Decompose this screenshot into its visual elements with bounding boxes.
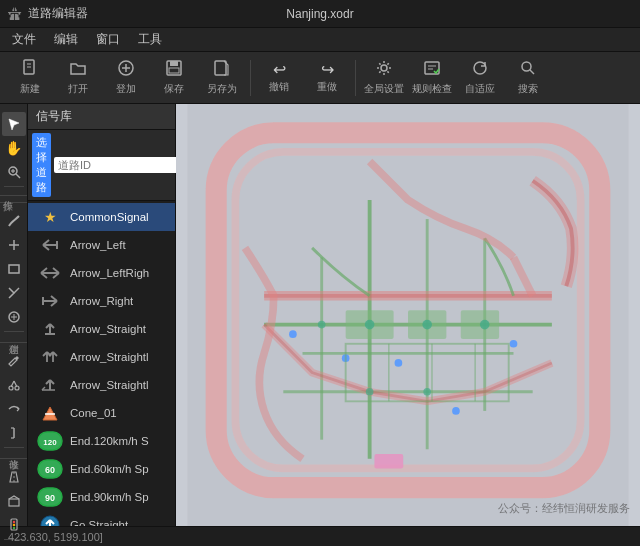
- op-create-merge[interactable]: [2, 281, 26, 305]
- signal-item-go-straight[interactable]: Go Straight: [28, 511, 175, 526]
- toolbar: 新建 打开 登加 保存 另存为 ↩ 撤销 ↪ 重做 全局设置: [0, 52, 640, 104]
- file-name: Nanjing.xodr: [286, 7, 353, 21]
- app-icon: 🛣: [8, 6, 22, 22]
- toolbar-new-label: 新建: [20, 82, 40, 96]
- signal-list: ★ CommonSignal Arrow_Left Arrow_LeftRigh: [28, 201, 175, 526]
- cone-icon: [36, 403, 64, 423]
- toolbar-new[interactable]: 新建: [8, 56, 52, 100]
- op-create-junction[interactable]: [2, 233, 26, 257]
- svg-point-36: [12, 521, 14, 523]
- toolbar-add[interactable]: 登加: [104, 56, 148, 100]
- toolbar-check-label: 规则检查: [412, 82, 452, 96]
- menu-bar: 文件 编辑 窗口 工具: [0, 28, 640, 52]
- svg-point-79: [395, 359, 403, 367]
- svg-point-37: [12, 524, 14, 526]
- signal-item-arrow-right[interactable]: Arrow_Right: [28, 287, 175, 315]
- signal-item-arrow-straight[interactable]: Arrow_Straight: [28, 315, 175, 343]
- signal-library-panel: 信号库 选择道路 ★ CommonSignal Arrow_Left: [28, 104, 176, 526]
- signal-item-arrow-straight3[interactable]: Arrow_Straightl: [28, 371, 175, 399]
- toolbar-undo[interactable]: ↩ 撤销: [257, 56, 301, 100]
- toolbar-redo[interactable]: ↪ 重做: [305, 56, 349, 100]
- title-bar: 🛣 道路编辑器 Nanjing.xodr: [0, 0, 640, 28]
- signal-item-arrow-left[interactable]: Arrow_Left: [28, 231, 175, 259]
- road-select-dropdown[interactable]: 选择道路: [32, 133, 51, 197]
- svg-point-38: [12, 527, 14, 529]
- toolbar-sep2: [355, 60, 356, 96]
- signal-label-common: CommonSignal: [70, 211, 149, 223]
- check-icon: [423, 59, 441, 80]
- toolbar-redo-label: 重做: [317, 80, 337, 94]
- app-title: 道路编辑器: [28, 5, 88, 22]
- watermark: 公众号：经纬恒润研发服务: [498, 501, 630, 516]
- redo-icon: ↪: [321, 62, 334, 78]
- svg-point-71: [422, 320, 432, 330]
- op-create-circle[interactable]: [2, 305, 26, 329]
- op-select[interactable]: [2, 112, 26, 136]
- road-map-svg: [176, 104, 640, 526]
- ops-divider2: [4, 331, 24, 332]
- op-object[interactable]: [2, 489, 26, 513]
- toolbar-adapt[interactable]: 自适应: [458, 56, 502, 100]
- op-create-rect[interactable]: [2, 257, 26, 281]
- ops-label-operate: 操作: [0, 191, 27, 196]
- signal-item-end-120[interactable]: 120 End.120km/h S: [28, 427, 175, 455]
- op-cut[interactable]: [2, 373, 26, 397]
- signal-label-straight3: Arrow_Straightl: [70, 379, 149, 391]
- op-connect[interactable]: [2, 397, 26, 421]
- signal-label-end-60: End.60km/h Sp: [70, 463, 149, 475]
- signal-panel-header: 信号库: [28, 104, 175, 130]
- signal-item-end-90[interactable]: 90 End.90km/h Sp: [28, 483, 175, 511]
- svg-point-81: [452, 407, 460, 415]
- op-zoom[interactable]: [2, 160, 26, 184]
- signal-item-arrow-straight2[interactable]: Arrow_Straightl: [28, 343, 175, 371]
- signal-item-arrow-leftright[interactable]: Arrow_LeftRigh: [28, 259, 175, 287]
- op-hand[interactable]: ✋: [2, 136, 26, 160]
- ops-divider3: [4, 447, 24, 448]
- svg-point-72: [480, 320, 490, 330]
- svg-line-17: [16, 174, 20, 178]
- signal-label-arrow-leftright: Arrow_LeftRigh: [70, 267, 149, 279]
- arrow-right-icon: [36, 291, 64, 311]
- signal-label-end-120: End.120km/h S: [70, 435, 149, 447]
- svg-point-70: [365, 320, 375, 330]
- svg-rect-8: [169, 68, 179, 73]
- op-edit[interactable]: [2, 349, 26, 373]
- op-resize[interactable]: [2, 421, 26, 445]
- menu-file[interactable]: 文件: [4, 29, 44, 50]
- signal-item-cone[interactable]: Cone_01: [28, 399, 175, 427]
- signal-search-row: 选择道路: [28, 130, 175, 201]
- signal-item-common[interactable]: ★ CommonSignal: [28, 203, 175, 231]
- menu-window[interactable]: 窗口: [88, 29, 128, 50]
- svg-text:90: 90: [45, 493, 55, 503]
- svg-point-74: [366, 388, 374, 396]
- svg-line-15: [530, 70, 534, 74]
- save-icon: [165, 59, 183, 80]
- toolbar-settings-label: 全局设置: [364, 82, 404, 96]
- arrow-straight-icon: [36, 319, 64, 339]
- arrow-leftright-icon: [36, 263, 64, 283]
- op-road[interactable]: [2, 465, 26, 489]
- toolbar-saveas[interactable]: 另存为: [200, 56, 244, 100]
- add-icon: [117, 59, 135, 80]
- toolbar-search[interactable]: 搜索: [506, 56, 550, 100]
- op-create-road[interactable]: [2, 209, 26, 233]
- toolbar-save[interactable]: 保存: [152, 56, 196, 100]
- svg-point-80: [510, 340, 518, 348]
- signal-item-end-60[interactable]: 60 End.60km/h Sp: [28, 455, 175, 483]
- svg-rect-34: [9, 499, 19, 506]
- settings-icon: [375, 59, 393, 80]
- map-area[interactable]: 公众号：经纬恒润研发服务: [176, 104, 640, 526]
- toolbar-adapt-label: 自适应: [465, 82, 495, 96]
- toolbar-open[interactable]: 打开: [56, 56, 100, 100]
- svg-rect-76: [374, 454, 403, 468]
- svg-point-10: [381, 65, 387, 71]
- svg-point-73: [318, 321, 326, 329]
- toolbar-settings[interactable]: 全局设置: [362, 56, 406, 100]
- menu-tools[interactable]: 工具: [130, 29, 170, 50]
- toolbar-check[interactable]: 规则检查: [410, 56, 454, 100]
- signal-label-end-90: End.90km/h Sp: [70, 491, 149, 503]
- arrow-straight2-icon: [36, 347, 64, 367]
- svg-rect-9: [215, 61, 226, 75]
- menu-edit[interactable]: 编辑: [46, 29, 86, 50]
- toolbar-undo-label: 撤销: [269, 80, 289, 94]
